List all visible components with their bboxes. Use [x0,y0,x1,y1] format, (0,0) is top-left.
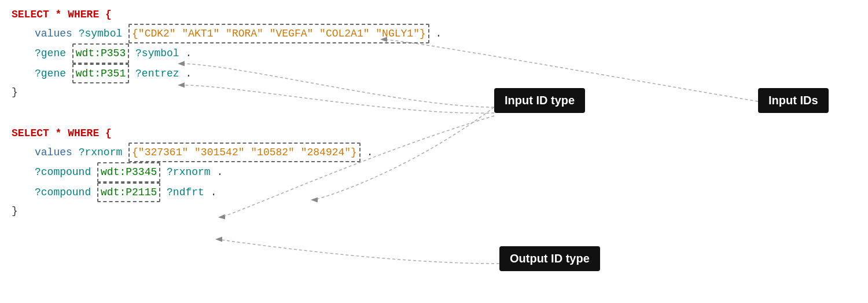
wdt-p353-box: wdt:P353 [72,43,129,64]
wdt-p2115-box: wdt:P2115 [97,182,160,203]
dot1: . [429,28,442,39]
dot2: . [185,48,192,59]
rxnorm-var2: ?rxnorm [160,166,216,178]
bottom-line4: ?compound wdt:P2115 ?ndfrt . [35,182,442,203]
symbol-var: ?symbol [79,28,128,39]
code-block-bottom: SELECT * WHERE { values ?rxnorm {"327361… [12,125,442,220]
dot3: . [185,68,192,79]
bottom-line5: } [12,202,442,220]
wdt-p3345-box: wdt:P3345 [97,162,160,182]
gene-var1: ?gene [35,48,72,59]
close-brace1: } [12,86,18,98]
select-keyword2: SELECT * WHERE { [12,127,112,139]
input-ids-text: Input IDs [768,94,818,107]
ndfrt-var: ?ndfrt [160,187,210,198]
code-area: SELECT * WHERE { values ?symbol {"CDK2" … [12,6,442,220]
dot5: . [216,166,223,178]
close-brace2: } [12,205,18,217]
input-ids-label: Input IDs [758,88,829,113]
arrow-output-id-type-to-p2115 [217,239,499,264]
top-line3: ?gene wdt:P353 ?symbol . [35,43,442,64]
rxnorm-values-box: {"327361" "301542" "10582" "284924"} [128,143,361,163]
wdt-p351-box: wdt:P351 [72,64,129,84]
bottom-line2: values ?rxnorm {"327361" "301542" "10582… [35,143,442,163]
symbol-var2: ?symbol [129,48,185,59]
input-id-type-text: Input ID type [505,94,575,107]
top-line2: values ?symbol {"CDK2" "AKT1" "RORA" "VE… [35,24,442,44]
dot4: . [361,147,373,158]
entrez-var: ?entrez [129,68,185,79]
rxnorm-var: ?rxnorm [79,147,128,158]
compound-var1: ?compound [35,166,97,178]
values-keyword: values [35,28,79,39]
compound-var2: ?compound [35,187,97,198]
top-line4: ?gene wdt:P351 ?entrez . [35,64,442,84]
gene-var2: ?gene [35,68,72,79]
output-id-type-label: Output ID type [499,246,600,271]
top-line5: } [12,83,442,101]
select-keyword: SELECT * WHERE { [12,9,112,20]
dot6: . [211,187,217,198]
values-keyword2: values [35,147,79,158]
code-block-top: SELECT * WHERE { values ?symbol {"CDK2" … [12,6,442,101]
input-ids-box: {"CDK2" "AKT1" "RORA" "VEGFA" "COL2A1" "… [128,24,429,44]
input-id-type-label: Input ID type [494,88,585,113]
top-line1: SELECT * WHERE { [12,6,442,24]
output-id-type-text: Output ID type [510,252,590,265]
bottom-line3: ?compound wdt:P3345 ?rxnorm . [35,162,442,182]
bottom-line1: SELECT * WHERE { [12,125,442,143]
